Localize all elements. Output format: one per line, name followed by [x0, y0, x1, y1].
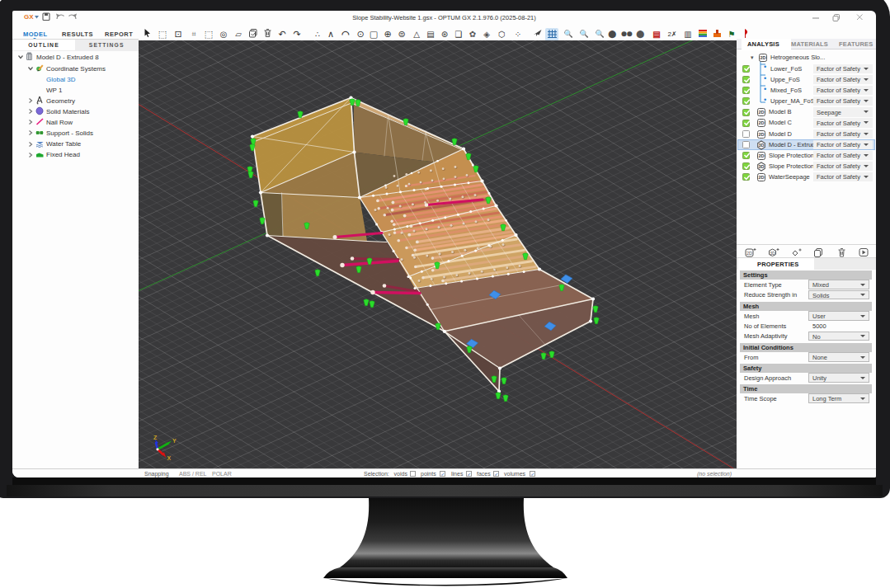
svg-text:2D: 2D: [746, 251, 752, 256]
svg-text:Y: Y: [172, 437, 177, 443]
svg-text:3D: 3D: [770, 251, 775, 256]
svg-text:3D: 3D: [758, 164, 764, 169]
svg-text:3D: 3D: [758, 143, 764, 148]
svg-text:GX: GX: [24, 13, 34, 21]
svg-text:X: X: [167, 454, 172, 460]
svg-text:Z: Z: [153, 434, 158, 440]
